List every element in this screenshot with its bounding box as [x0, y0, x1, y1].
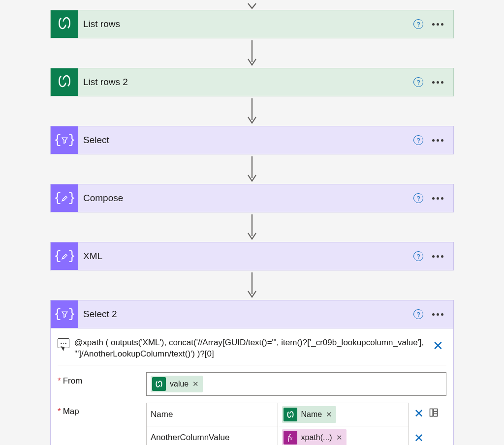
from-label: *From: [58, 372, 146, 386]
step-title: XML: [78, 251, 413, 262]
map-row: AnotherColumnValue fx xpath(...) ✕: [147, 426, 409, 445]
from-field: *From value ✕: [58, 372, 446, 396]
flow-canvas: List rows ? List rows 2 ?: [0, 0, 504, 445]
more-icon[interactable]: [432, 23, 443, 26]
close-peek-button[interactable]: ✕: [430, 337, 446, 355]
connector-arrow: [247, 96, 257, 126]
dataverse-icon: [284, 408, 297, 421]
from-input[interactable]: value ✕: [146, 372, 446, 396]
comment-icon[interactable]: [58, 338, 69, 348]
switch-map-mode-button[interactable]: [429, 408, 439, 419]
step-title: Select 2: [78, 309, 413, 320]
map-value-token[interactable]: fx xpath(...) ✕: [282, 429, 346, 445]
step-title: List rows: [78, 19, 413, 30]
help-icon[interactable]: ?: [413, 309, 423, 319]
more-icon[interactable]: [432, 139, 443, 142]
map-value-input[interactable]: fx xpath(...) ✕: [278, 426, 409, 445]
map-label: *Map: [58, 403, 146, 416]
step-title: List rows 2: [78, 77, 413, 88]
map-value-input[interactable]: Name ✕: [278, 403, 409, 426]
step-xml[interactable]: {} XML ?: [50, 242, 454, 270]
dataop-icon: {}: [51, 184, 78, 212]
from-token[interactable]: value ✕: [151, 376, 203, 392]
token-remove-icon[interactable]: ✕: [326, 410, 332, 419]
fx-icon: fx: [284, 431, 297, 445]
dataverse-icon: [51, 68, 78, 96]
map-key-input[interactable]: Name: [147, 403, 278, 426]
dataverse-icon: [51, 10, 78, 38]
dataop-icon: {}: [51, 126, 78, 154]
map-key-input[interactable]: AnotherColumnValue: [147, 426, 278, 445]
map-row-actions: ✕ ✕: [414, 403, 446, 445]
step-compose[interactable]: {} Compose ?: [50, 184, 454, 212]
step-list-rows-2[interactable]: List rows 2 ?: [50, 68, 454, 96]
expression-text: @xpath ( outputs('XML'), concat('//Array…: [74, 337, 425, 360]
delete-row-button[interactable]: ✕: [414, 408, 424, 419]
help-icon[interactable]: ?: [413, 135, 423, 145]
expression-peek: @xpath ( outputs('XML'), concat('//Array…: [58, 334, 446, 365]
map-table: Name N: [146, 403, 409, 445]
token-remove-icon[interactable]: ✕: [336, 433, 343, 442]
connector-arrow: [247, 212, 257, 242]
dataop-icon: {}: [51, 300, 78, 328]
step-select-2-body: @xpath ( outputs('XML'), concat('//Array…: [51, 328, 453, 445]
more-icon[interactable]: [432, 197, 443, 200]
svg-rect-6: [434, 409, 438, 416]
dataverse-icon: [152, 377, 166, 391]
step-select-2-header[interactable]: {} Select 2 ?: [51, 300, 453, 328]
help-icon[interactable]: ?: [413, 251, 423, 261]
token-remove-icon[interactable]: ✕: [192, 380, 199, 388]
help-icon[interactable]: ?: [413, 193, 423, 203]
map-row: Name N: [147, 403, 409, 426]
step-select[interactable]: {} Select ?: [50, 126, 454, 154]
token-label: value: [170, 380, 189, 388]
token-label: xpath(...): [301, 433, 332, 442]
map-field: *Map Name: [58, 403, 446, 445]
token-label: Name: [301, 410, 322, 419]
connector-arrow: [247, 0, 257, 10]
dataop-icon: {}: [51, 242, 78, 270]
more-icon[interactable]: [432, 255, 443, 258]
connector-arrow: [247, 154, 257, 184]
connector-arrow: [247, 38, 257, 68]
svg-rect-5: [430, 409, 433, 416]
step-title: Compose: [78, 193, 413, 204]
map-value-token[interactable]: Name ✕: [282, 406, 337, 423]
help-icon[interactable]: ?: [413, 19, 423, 29]
help-icon[interactable]: ?: [413, 77, 423, 87]
step-list-rows[interactable]: List rows ?: [50, 10, 454, 38]
more-icon[interactable]: [432, 313, 443, 316]
step-title: Select: [78, 135, 413, 146]
connector-arrow: [247, 270, 257, 300]
delete-row-button[interactable]: ✕: [414, 432, 424, 444]
step-select-2: {} Select 2 ? @xpath ( outputs('XML'), c…: [50, 300, 454, 445]
more-icon[interactable]: [432, 81, 443, 84]
